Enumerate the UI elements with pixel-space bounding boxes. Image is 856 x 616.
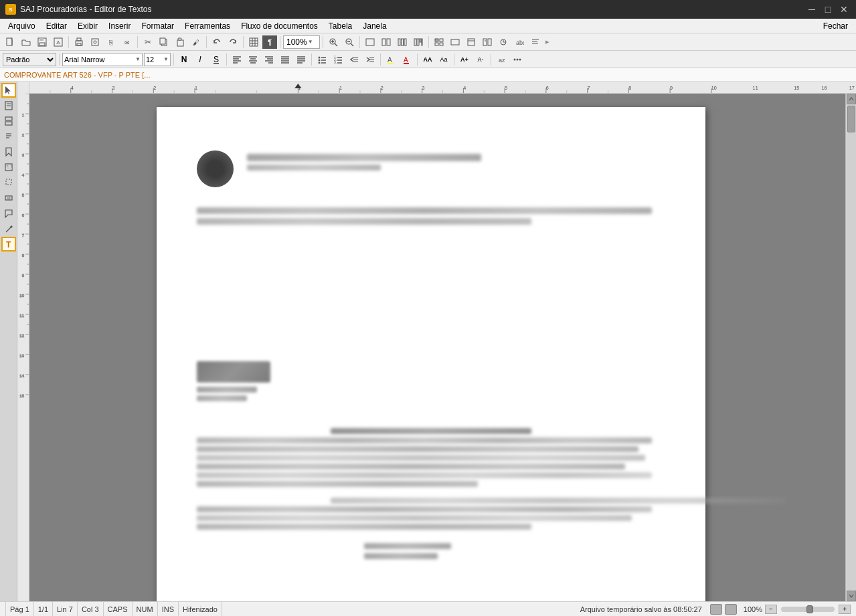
indent-less-button[interactable]	[347, 53, 361, 66]
view-btn5[interactable]	[496, 35, 511, 49]
more-format-button[interactable]	[510, 53, 525, 66]
font-size-increase-button[interactable]: A+	[457, 53, 472, 66]
redo-button[interactable]	[226, 35, 240, 49]
zoom-in-button[interactable]	[326, 35, 341, 49]
align-right-button[interactable]	[262, 53, 276, 66]
col2-button[interactable]	[379, 35, 394, 49]
font-size-decrease-button[interactable]: A-	[473, 53, 488, 66]
align-center-button[interactable]	[246, 53, 260, 66]
underline-button[interactable]: S	[209, 53, 224, 66]
zoom-slider-thumb[interactable]	[806, 605, 813, 613]
undo-button[interactable]	[209, 35, 224, 49]
menu-formatar[interactable]: Formatar	[136, 20, 179, 32]
font-name-control[interactable]: Arial Narrow ▼	[62, 53, 143, 66]
menu-arquivo[interactable]: Arquivo	[3, 20, 41, 32]
scroll-up-button[interactable]	[847, 94, 856, 104]
font-name-arrow[interactable]: ▼	[135, 56, 141, 62]
style-dropdown[interactable]: Padrão	[3, 53, 56, 66]
minimize-button[interactable]: ─	[805, 3, 819, 16]
status-caps: CAPS	[104, 602, 133, 616]
menu-fechar[interactable]: Fechar	[818, 20, 853, 32]
tool-para2[interactable]	[1, 129, 16, 144]
ruler-top-row: // We'll generate ticks via JS later 4 3…	[17, 82, 856, 94]
extra-btn1[interactable]: ⎘	[104, 35, 118, 49]
extra-btn2[interactable]: ✉	[120, 35, 135, 49]
right-scrollbar[interactable]	[845, 94, 856, 601]
indent-more-button[interactable]	[363, 53, 377, 66]
tool-field[interactable]: ab	[1, 191, 16, 205]
svg-text:2: 2	[381, 86, 383, 91]
status-icon-2[interactable]	[725, 604, 737, 615]
tool-bookmark[interactable]	[1, 144, 16, 159]
zoom-increase-status[interactable]: +	[839, 605, 851, 614]
tool-image[interactable]	[1, 160, 16, 175]
font-size-arrow[interactable]: ▼	[163, 56, 169, 62]
svg-rect-45	[451, 39, 459, 45]
scroll-track[interactable]	[847, 104, 856, 591]
view-btn3[interactable]	[464, 35, 479, 49]
format-paint-button[interactable]: 🖌	[189, 35, 203, 49]
menu-editar[interactable]: Editar	[41, 20, 72, 32]
col4-button[interactable]	[411, 35, 426, 49]
para-button[interactable]: ¶	[262, 35, 277, 49]
highlight-button[interactable]: A	[383, 53, 398, 66]
zoom-slider-status[interactable]	[781, 607, 835, 612]
tool-comment[interactable]	[1, 206, 16, 221]
smallcaps-button[interactable]: Aa	[436, 53, 451, 66]
menu-exibir[interactable]: Exibir	[72, 20, 103, 32]
view-btn6[interactable]: abc	[512, 35, 527, 49]
print-button[interactable]	[72, 35, 86, 49]
view-btn1[interactable]	[432, 35, 446, 49]
font-color-button[interactable]: A	[400, 53, 414, 66]
list-number-button[interactable]: 1.2.3.	[331, 53, 345, 66]
cut-button[interactable]: ✂	[141, 35, 155, 49]
align-dist-button[interactable]	[294, 53, 309, 66]
table-button[interactable]	[246, 35, 261, 49]
font-size-control[interactable]: 12 ▼	[144, 53, 171, 66]
save-button[interactable]	[35, 35, 50, 49]
menu-fluxo[interactable]: Fluxo de documentos	[236, 20, 323, 32]
caps-button[interactable]: AA	[420, 53, 435, 66]
zoom-decrease-status[interactable]: −	[765, 605, 777, 614]
view-btn7[interactable]	[528, 35, 543, 49]
align-left-button[interactable]	[230, 53, 244, 66]
bold-button[interactable]: N	[177, 53, 191, 66]
tool-text[interactable]: T	[1, 237, 16, 251]
view-btn4[interactable]	[480, 35, 495, 49]
close-button[interactable]: ✕	[837, 3, 851, 16]
status-icon-1[interactable]	[710, 604, 722, 615]
font-size-value: 12	[146, 56, 154, 64]
tool-select[interactable]	[1, 83, 16, 98]
paste-button[interactable]	[173, 35, 187, 49]
italic-button[interactable]: I	[193, 53, 207, 66]
menu-tabela[interactable]: Tabela	[323, 20, 357, 32]
zoom-dropdown-icon[interactable]: ▼	[308, 39, 313, 45]
svg-text:2: 2	[153, 86, 156, 91]
printpreview-button[interactable]	[88, 35, 102, 49]
scroll-thumb[interactable]	[847, 106, 855, 132]
copy-button[interactable]	[157, 35, 171, 49]
col3-button[interactable]	[395, 35, 410, 49]
align-justify-button[interactable]	[278, 53, 292, 66]
list-bullet-button[interactable]	[315, 53, 329, 66]
view-btn2[interactable]	[448, 35, 462, 49]
col1-button[interactable]	[363, 35, 377, 49]
open-button[interactable]	[19, 35, 33, 49]
status-line: Lin 7	[53, 602, 78, 616]
scroll-down-button[interactable]	[847, 591, 856, 601]
menu-janela[interactable]: Janela	[357, 20, 392, 32]
svg-rect-117	[6, 179, 11, 185]
new-button[interactable]	[3, 35, 17, 49]
zoom-control[interactable]: 100% ▼	[283, 35, 320, 49]
tool-draw[interactable]	[1, 221, 16, 236]
document-scroll-area[interactable]	[29, 94, 845, 601]
menu-inserir[interactable]: Inserir	[103, 20, 136, 32]
char-spacing-button[interactable]: az	[494, 53, 509, 66]
tool-page[interactable]	[1, 98, 16, 113]
tool-frame[interactable]	[1, 175, 16, 190]
tool-section[interactable]	[1, 114, 16, 128]
saveas-button[interactable]: A	[51, 35, 66, 49]
zoom-out-button[interactable]	[342, 35, 357, 49]
maximize-button[interactable]: □	[821, 3, 835, 16]
menu-ferramentas[interactable]: Ferramentas	[179, 20, 236, 32]
